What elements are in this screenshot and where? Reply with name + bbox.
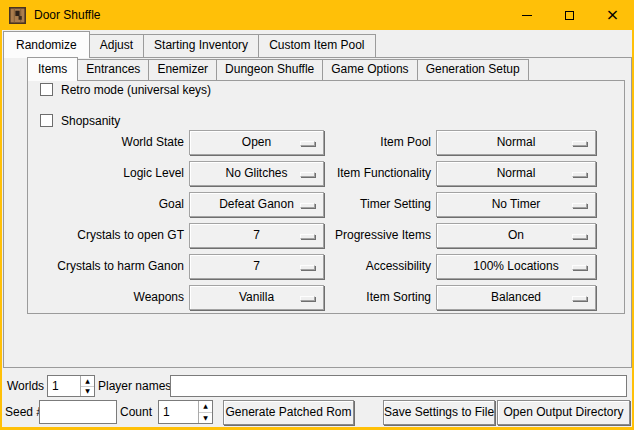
count-value: 1 [159,401,198,423]
crystals-gt-value: 7 [253,228,260,242]
accessibility-dropdown[interactable]: 100% Locations [436,254,596,279]
minimize-button[interactable] [505,0,548,30]
item-pool-dropdown[interactable]: Normal [436,130,596,155]
item-functionality-dropdown[interactable]: Normal [436,161,596,186]
dropdown-indicator-icon [300,265,315,270]
retro-mode-label: Retro mode (universal keys) [61,83,211,97]
outer-tab-bar: Randomize Adjust Starting Inventory Cust… [2,30,632,57]
tab-generation-setup[interactable]: Generation Setup [417,59,529,80]
weapons-label: Weapons [36,285,184,310]
weapons-dropdown[interactable]: Vanilla [189,285,324,310]
dropdown-indicator-icon [300,296,315,301]
tab-starting-inventory[interactable]: Starting Inventory [143,34,259,57]
tab-items[interactable]: Items [27,57,78,81]
items-pane: Retro mode (universal keys) Shopsanity W… [27,80,625,314]
shopsanity-label: Shopsanity [61,114,120,128]
checkbox-icon[interactable] [40,114,53,127]
player-names-input[interactable] [170,375,627,397]
logic-level-dropdown[interactable]: No Glitches [189,161,324,186]
setting-row: Logic Level No Glitches Item Functionali… [28,161,624,186]
crystals-ganon-dropdown[interactable]: 7 [189,254,324,279]
crystals-gt-label: Crystals to open GT [36,223,184,248]
timer-setting-label: Timer Setting [321,192,431,217]
player-names-label: Player names [98,375,171,397]
spin-up-icon[interactable]: ▲ [81,376,94,387]
world-state-dropdown[interactable]: Open [189,130,324,155]
minimize-icon [522,15,532,16]
world-state-value: Open [242,135,271,149]
close-icon: × [606,7,619,23]
maximize-icon [565,11,574,20]
spin-up-icon[interactable]: ▲ [199,401,212,413]
setting-row: Crystals to harm Ganon 7 Accessibility 1… [28,254,624,279]
item-pool-value: Normal [497,135,536,149]
goal-label: Goal [36,192,184,217]
logic-level-label: Logic Level [36,161,184,186]
item-functionality-label: Item Functionality [321,161,431,186]
dropdown-indicator-icon [572,234,587,239]
item-sorting-label: Item Sorting [321,285,431,310]
dropdown-indicator-icon [572,203,587,208]
tab-entrances[interactable]: Entrances [77,59,149,80]
progressive-items-value: On [508,228,524,242]
seed-label: Seed # [5,400,43,425]
item-pool-label: Item Pool [321,130,431,155]
progressive-items-dropdown[interactable]: On [436,223,596,248]
dropdown-indicator-icon [300,203,315,208]
item-sorting-value: Balanced [491,290,541,304]
setting-row: Crystals to open GT 7 Progressive Items … [28,223,624,248]
randomize-pane: Items Entrances Enemizer Dungeon Shuffle… [3,57,632,368]
window-title: Door Shuffle [34,8,101,22]
dropdown-indicator-icon [300,172,315,177]
tab-randomize[interactable]: Randomize [3,31,90,58]
logic-level-value: No Glitches [225,166,287,180]
seed-row: Seed # Count 1 ▲ ▼ Generate Patched Rom … [2,400,632,426]
spin-down-icon[interactable]: ▼ [81,387,94,397]
dropdown-indicator-icon [572,296,587,301]
timer-setting-value: No Timer [492,197,541,211]
count-spinner[interactable]: 1 ▲ ▼ [158,400,213,424]
maximize-button[interactable] [548,0,591,30]
dropdown-indicator-icon [300,141,315,146]
worlds-row: Worlds 1 ▲ ▼ Player names [2,375,632,397]
app-window: Door Shuffle × Randomize Adjust Starting… [0,0,634,430]
tab-enemizer[interactable]: Enemizer [148,59,217,80]
tab-dungeon-shuffle[interactable]: Dungeon Shuffle [216,59,323,80]
spinner-arrows: ▲ ▼ [80,376,94,396]
tab-custom-item-pool[interactable]: Custom Item Pool [258,34,375,57]
tab-game-options[interactable]: Game Options [322,59,417,80]
goal-dropdown[interactable]: Defeat Ganon [189,192,324,217]
crystals-gt-dropdown[interactable]: 7 [189,223,324,248]
worlds-value: 1 [48,376,80,396]
close-button[interactable]: × [591,0,634,30]
crystals-ganon-label: Crystals to harm Ganon [36,254,184,279]
seed-input[interactable] [39,400,117,424]
item-sorting-dropdown[interactable]: Balanced [436,285,596,310]
window-controls: × [505,0,634,30]
spinner-arrows: ▲ ▼ [198,401,212,423]
dropdown-indicator-icon [572,141,587,146]
tab-adjust[interactable]: Adjust [89,34,144,57]
save-settings-button[interactable]: Save Settings to File [383,400,495,425]
setting-row: Weapons Vanilla Item Sorting Balanced [28,285,624,310]
spin-down-icon[interactable]: ▼ [199,413,212,424]
progressive-items-label: Progressive Items [321,223,431,248]
title-bar: Door Shuffle × [0,0,634,30]
weapons-value: Vanilla [239,290,274,304]
worlds-label: Worlds [7,375,44,397]
timer-setting-dropdown[interactable]: No Timer [436,192,596,217]
world-state-label: World State [36,130,184,155]
worlds-spinner[interactable]: 1 ▲ ▼ [47,375,95,397]
generate-patched-rom-button[interactable]: Generate Patched Rom [223,400,354,425]
accessibility-label: Accessibility [321,254,431,279]
shopsanity-checkbox[interactable]: Shopsanity [40,113,120,128]
app-body: Randomize Adjust Starting Inventory Cust… [2,30,632,427]
checkbox-icon[interactable] [40,83,53,96]
count-label: Count [120,400,152,425]
retro-mode-checkbox[interactable]: Retro mode (universal keys) [40,82,211,97]
crystals-ganon-value: 7 [253,259,260,273]
door-icon [9,7,26,24]
dropdown-indicator-icon [572,172,587,177]
accessibility-value: 100% Locations [473,259,558,273]
open-output-directory-button[interactable]: Open Output Directory [497,400,630,425]
